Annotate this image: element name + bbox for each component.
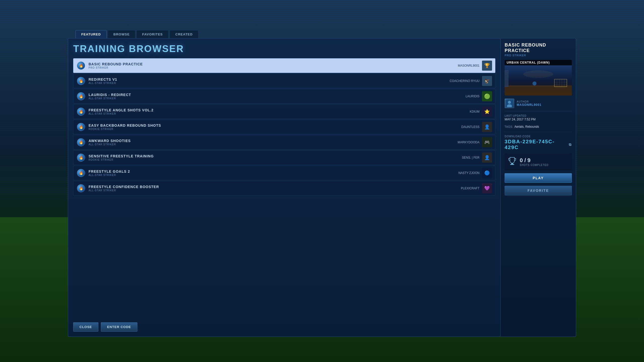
- item-rank: ALL-STAR STRIKER: [89, 174, 458, 176]
- svg-point-13: [533, 81, 537, 85]
- tab-created[interactable]: CREATED: [170, 30, 198, 38]
- tab-browse[interactable]: BROWSE: [108, 30, 136, 38]
- item-avatar: 💜: [482, 183, 492, 193]
- play-button[interactable]: PLAY: [505, 173, 572, 183]
- item-info: FREESTYLE GOALS 2 ALL-STAR STRIKER: [89, 169, 458, 176]
- item-name: REDIRECTS V1: [89, 77, 450, 81]
- item-rank: PRO STRIKER: [89, 66, 458, 69]
- item-name: SENSITIVE FREESTYLE TRAINING: [89, 154, 462, 158]
- item-author: DAUNTLESS: [461, 125, 482, 129]
- item-author: PLEXICRAFT: [461, 187, 482, 190]
- item-icon: [76, 76, 86, 85]
- map-svg: [505, 65, 572, 96]
- ball-icon-icon: [77, 154, 85, 162]
- author-row: AUTHOR MASONRL9001: [505, 99, 572, 108]
- item-icon: [76, 153, 86, 162]
- shots-section: 0 / 9 SHOTS COMPLETED: [505, 153, 572, 170]
- enter-code-button[interactable]: ENTER CODE: [101, 322, 137, 332]
- svg-rect-1: [505, 85, 572, 96]
- item-info: SENSITIVE FREESTYLE TRAINING ROOKIE STRI…: [89, 154, 462, 161]
- download-code-label: DOWNLOAD CODE: [505, 135, 572, 138]
- item-icon: [76, 61, 86, 70]
- detail-divider: [505, 111, 572, 111]
- item-icon: [76, 107, 86, 116]
- item-name: FREESTYLE GOALS 2: [89, 169, 458, 173]
- item-info: BASIC REBOUND PRACTICE PRO STRIKER: [89, 62, 458, 69]
- training-item[interactable]: LAURIDIS - REDIRECT ALL-STAR STRIKER LAU…: [73, 89, 495, 104]
- shots-label: SHOTS COMPLETED: [520, 164, 548, 166]
- download-code-value: 3DBA-229E-745C-429C ⧉: [505, 139, 572, 150]
- training-item[interactable]: FREESTYLE GOALS 2 ALL-STAR STRIKER NASTY…: [73, 166, 495, 180]
- detail-title: BASIC REBOUND PRACTICE: [505, 42, 572, 53]
- ball-icon-icon: [77, 123, 85, 131]
- item-name: AWKWARD SHOOTIES: [89, 139, 458, 143]
- training-item[interactable]: AWKWARD SHOOTIES ALL-STAR STRIKER MARKYD…: [73, 135, 495, 150]
- ball-icon-icon: [77, 92, 85, 100]
- ball-icon-icon: [77, 184, 85, 192]
- item-icon: [76, 92, 86, 101]
- tab-featured[interactable]: FEATURED: [75, 30, 107, 38]
- detail-divider-2: [505, 132, 572, 132]
- ball-icon-icon: [77, 77, 85, 85]
- training-item[interactable]: REDIRECTS V1 ALL-STAR STRIKER COACHERINO…: [73, 74, 495, 88]
- training-item[interactable]: FREESTYLE CONFIDENCE BOOSTER ALL-STAR ST…: [73, 181, 495, 196]
- svg-rect-11: [505, 70, 508, 87]
- trophy-icon: [508, 156, 517, 167]
- ball-icon-icon: [77, 138, 85, 146]
- svg-point-16: [508, 101, 511, 104]
- item-info: FREESTYLE ANGLE SHOTS VOL.2 ALL-STAR STR…: [89, 108, 470, 115]
- item-icon: [76, 184, 86, 193]
- training-item[interactable]: SENSITIVE FREESTYLE TRAINING ROOKIE STRI…: [73, 150, 495, 165]
- shots-info: 0 / 9 SHOTS COMPLETED: [520, 157, 548, 166]
- item-name: LAURIDIS - REDIRECT: [89, 93, 466, 97]
- tags-value: Aerials, Rebounds: [514, 125, 539, 128]
- item-avatar: 🔵: [482, 168, 492, 178]
- author-label: AUTHOR: [517, 100, 541, 103]
- download-section: DOWNLOAD CODE 3DBA-229E-745C-429C ⧉: [505, 135, 572, 150]
- item-name: EASY BACKBOARD REBOUND SHOTS: [89, 123, 461, 127]
- item-avatar: 👤: [482, 153, 492, 163]
- item-author: NASTY ZJOON: [458, 171, 482, 175]
- item-author: MASONRL9001: [458, 64, 482, 67]
- author-name: MASONRL9001: [517, 103, 541, 107]
- svg-rect-19: [510, 164, 514, 165]
- item-info: REDIRECTS V1 ALL-STAR STRIKER: [89, 77, 450, 84]
- item-icon: [76, 122, 86, 131]
- item-avatar: 🟢: [482, 91, 492, 101]
- item-icon: [76, 138, 86, 147]
- svg-point-14: [523, 70, 553, 78]
- item-author: KDIUM: [470, 110, 482, 113]
- item-rank: ALL-STAR STRIKER: [89, 189, 461, 192]
- item-author: COACHERINO RYUU: [450, 79, 482, 83]
- map-preview: URBAN CENTRAL (DAWN): [505, 60, 572, 96]
- ball-icon-icon: [77, 62, 85, 70]
- detail-header: BASIC REBOUND PRACTICE PRO STRIKER: [505, 42, 572, 57]
- training-item[interactable]: EASY BACKBOARD REBOUND SHOTS ROOKIE STRI…: [73, 120, 495, 134]
- tags-label: TAGS:: [505, 125, 513, 128]
- shots-count: 0 / 9: [520, 157, 548, 164]
- tags-section: TAGS: Aerials, Rebounds: [505, 124, 572, 129]
- trophy-svg: [508, 156, 517, 165]
- shots-total: 9: [528, 157, 531, 163]
- tabs-bar: FEATURED BROWSE FAVORITES CREATED: [68, 30, 576, 38]
- item-rank: ALL-STAR STRIKER: [89, 143, 458, 146]
- last-updated-label: LAST UPDATED: [505, 114, 572, 117]
- detail-panel: BASIC REBOUND PRACTICE PRO STRIKER URBAN…: [501, 38, 576, 337]
- close-button[interactable]: CLOSE: [73, 322, 98, 332]
- item-avatar: ⭐: [482, 107, 492, 117]
- copy-icon[interactable]: ⧉: [569, 143, 572, 147]
- item-info: LAURIDIS - REDIRECT ALL-STAR STRIKER: [89, 93, 466, 100]
- favorite-button[interactable]: FAVORITE: [505, 186, 572, 195]
- last-updated-value: MAY 24, 2017 7:52 PM: [505, 118, 572, 121]
- shots-separator: /: [524, 157, 527, 163]
- training-item[interactable]: FREESTYLE ANGLE SHOTS VOL.2 ALL-STAR STR…: [73, 104, 495, 119]
- author-info: AUTHOR MASONRL9001: [517, 100, 541, 107]
- svg-rect-18: [511, 163, 513, 164]
- map-image: [505, 65, 572, 96]
- browser-panel: TRAINING BROWSER BASIC REBOUND PRACTICE …: [68, 38, 501, 337]
- content-area: TRAINING BROWSER BASIC REBOUND PRACTICE …: [68, 38, 576, 337]
- bottom-buttons: CLOSE ENTER CODE: [73, 322, 495, 332]
- browser-title: TRAINING BROWSER: [73, 43, 495, 54]
- tab-favorites[interactable]: FAVORITES: [136, 30, 169, 38]
- training-item[interactable]: BASIC REBOUND PRACTICE PRO STRIKER MASON…: [73, 58, 495, 73]
